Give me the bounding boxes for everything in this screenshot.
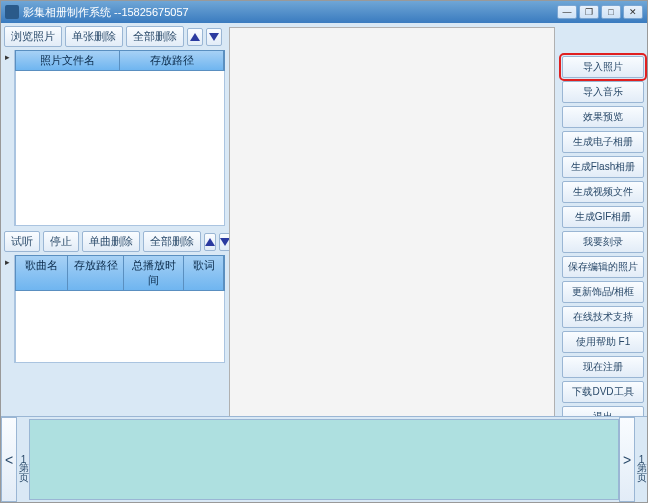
row-marker xyxy=(1,50,15,226)
col-photo-path[interactable]: 存放路径 xyxy=(120,51,224,70)
col-song-name[interactable]: 歌曲名 xyxy=(16,256,68,290)
chevron-up-icon xyxy=(205,238,215,246)
title-bar: 影集相册制作系统 --15825675057 — ❐ □ ✕ xyxy=(1,1,647,23)
update-assets-button[interactable]: 更新饰品/相框 xyxy=(562,281,644,303)
col-photo-filename[interactable]: 照片文件名 xyxy=(16,51,120,70)
maximize-button[interactable]: □ xyxy=(601,5,621,19)
window-buttons: — ❐ □ ✕ xyxy=(557,5,643,19)
page-label-right: 第1页 xyxy=(635,417,647,502)
make-video-button[interactable]: 生成视频文件 xyxy=(562,181,644,203)
import-music-button[interactable]: 导入音乐 xyxy=(562,81,644,103)
stop-button[interactable]: 停止 xyxy=(43,231,79,252)
preview-area[interactable] xyxy=(229,27,555,436)
download-dvd-button[interactable]: 下载DVD工具 xyxy=(562,381,644,403)
window-title: 影集相册制作系统 --15825675057 xyxy=(23,5,557,20)
photo-down-button[interactable] xyxy=(206,28,222,46)
app-icon xyxy=(5,5,19,19)
song-up-button[interactable] xyxy=(204,233,216,251)
photo-up-button[interactable] xyxy=(187,28,203,46)
photo-grid: 照片文件名 存放路径 xyxy=(1,50,225,226)
restore-button[interactable]: ❐ xyxy=(579,5,599,19)
col-song-duration[interactable]: 总播放时间 xyxy=(124,256,184,290)
browse-photos-button[interactable]: 浏览照片 xyxy=(4,26,62,47)
row-marker xyxy=(1,255,15,363)
delete-all-photos-button[interactable]: 全部删除 xyxy=(126,26,184,47)
page-next-button[interactable]: > xyxy=(619,417,635,502)
col-song-lyric[interactable]: 歌词 xyxy=(184,256,224,290)
make-ealbum-button[interactable]: 生成电子相册 xyxy=(562,131,644,153)
register-now-button[interactable]: 现在注册 xyxy=(562,356,644,378)
delete-all-songs-button[interactable]: 全部删除 xyxy=(143,231,201,252)
save-edited-button[interactable]: 保存编辑的照片 xyxy=(562,256,644,278)
make-flash-button[interactable]: 生成Flash相册 xyxy=(562,156,644,178)
preview-effect-button[interactable]: 效果预览 xyxy=(562,106,644,128)
burn-button[interactable]: 我要刻录 xyxy=(562,231,644,253)
song-toolbar: 试听 停止 单曲删除 全部删除 xyxy=(1,228,225,255)
song-grid: 歌曲名 存放路径 总播放时间 歌词 xyxy=(1,255,225,363)
help-f1-button[interactable]: 使用帮助 F1 xyxy=(562,331,644,353)
online-support-button[interactable]: 在线技术支持 xyxy=(562,306,644,328)
chevron-up-icon xyxy=(190,33,200,41)
page-prev-button[interactable]: < xyxy=(1,417,17,502)
delete-one-song-button[interactable]: 单曲删除 xyxy=(82,231,140,252)
photo-toolbar: 浏览照片 单张删除 全部删除 xyxy=(1,23,225,50)
delete-one-photo-button[interactable]: 单张删除 xyxy=(65,26,123,47)
song-grid-body[interactable] xyxy=(15,291,225,363)
filmstrip[interactable] xyxy=(29,419,619,500)
try-play-button[interactable]: 试听 xyxy=(4,231,40,252)
photo-grid-body[interactable] xyxy=(15,71,225,226)
col-song-path[interactable]: 存放路径 xyxy=(68,256,124,290)
song-grid-header: 歌曲名 存放路径 总播放时间 歌词 xyxy=(15,255,225,291)
photo-grid-header: 照片文件名 存放路径 xyxy=(15,50,225,71)
close-button[interactable]: ✕ xyxy=(623,5,643,19)
import-photos-button[interactable]: 导入照片 xyxy=(562,56,644,78)
make-gif-button[interactable]: 生成GIF相册 xyxy=(562,206,644,228)
page-label-left: 第1页 xyxy=(17,417,29,502)
minimize-button[interactable]: — xyxy=(557,5,577,19)
chevron-down-icon xyxy=(209,33,219,41)
